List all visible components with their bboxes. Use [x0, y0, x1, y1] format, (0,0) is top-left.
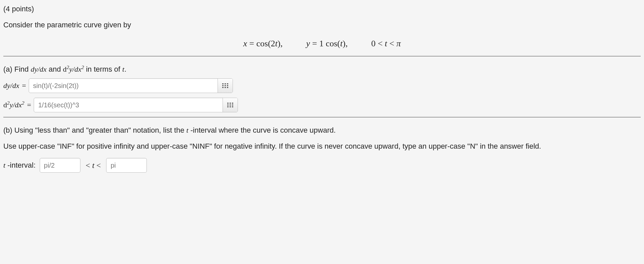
d2ydx2-input[interactable] [34, 98, 223, 112]
problem-intro: Consider the parametric curve given by [3, 21, 641, 29]
dydx-input-wrap [29, 78, 233, 93]
keypad-button-1[interactable] [218, 79, 233, 93]
svg-rect-10 [230, 103, 231, 104]
interval-left-input[interactable] [40, 158, 80, 172]
svg-rect-4 [225, 85, 226, 86]
part-b-prompt-1: (b) Using "less than" and "greater than"… [3, 126, 641, 135]
equals-2: = [27, 101, 31, 109]
svg-rect-11 [232, 103, 233, 104]
d2ydx2-row: d2y/dx2 = [3, 98, 641, 112]
d2ydx2-label: d2y/dx2 [3, 101, 24, 109]
t-interval-label: t -interval: [3, 161, 36, 170]
svg-rect-14 [232, 105, 233, 106]
svg-rect-12 [227, 105, 229, 106]
keypad-icon [227, 103, 233, 107]
d2ydx2-input-wrap [34, 98, 238, 112]
divider-1 [3, 56, 641, 56]
svg-rect-13 [230, 105, 231, 106]
svg-rect-5 [227, 85, 228, 86]
svg-rect-0 [222, 83, 224, 84]
dydx-input[interactable] [29, 79, 218, 93]
divider-2 [3, 117, 641, 117]
less-than-t-less-than: < t < [86, 161, 101, 170]
svg-rect-8 [227, 87, 228, 88]
svg-rect-2 [227, 83, 228, 84]
svg-rect-7 [225, 87, 226, 88]
part-a-prompt: (a) Find dy/dx and d2y/dx2 in terms of t… [3, 65, 641, 74]
interval-right-wrap [106, 158, 147, 173]
interval-right-input[interactable] [106, 158, 147, 172]
svg-rect-6 [222, 87, 224, 88]
interval-left-wrap [40, 158, 80, 173]
svg-rect-1 [225, 83, 226, 84]
dydx-label: dy/dx [3, 81, 19, 90]
svg-rect-16 [230, 106, 231, 107]
svg-rect-17 [232, 106, 233, 107]
svg-rect-15 [227, 106, 229, 107]
points-label: (4 points) [3, 5, 641, 13]
svg-rect-9 [227, 103, 229, 104]
keypad-icon [222, 83, 228, 88]
parametric-equations: x = cos(2t), y = 1 cos(t), 0 < t < π [3, 39, 641, 49]
dydx-row: dy/dx = [3, 78, 641, 93]
t-interval-row: t -interval: < t < [3, 158, 641, 173]
equals-1: = [22, 81, 26, 90]
svg-rect-3 [222, 85, 224, 86]
keypad-button-2[interactable] [223, 98, 238, 112]
part-b-prompt-2: Use upper-case "INF" for positive infini… [3, 142, 641, 151]
